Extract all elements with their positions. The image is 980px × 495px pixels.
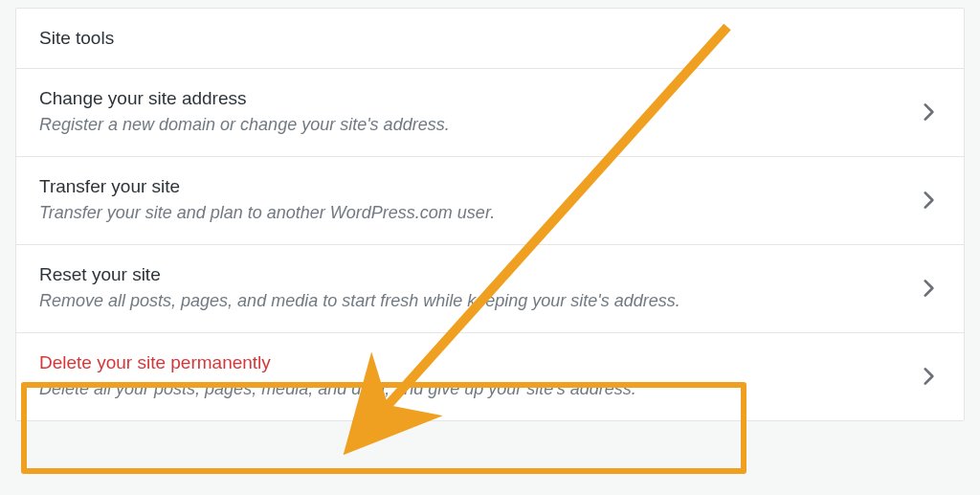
row-transfer-site[interactable]: Transfer your site Transfer your site an… (16, 157, 964, 245)
row-change-address[interactable]: Change your site address Register a new … (16, 69, 964, 157)
site-tools-panel: Site tools Change your site address Regi… (15, 8, 965, 421)
row-text: Reset your site Remove all posts, pages,… (39, 264, 901, 311)
row-text: Change your site address Register a new … (39, 88, 901, 135)
row-title: Reset your site (39, 264, 901, 285)
chevron-right-icon (916, 276, 941, 301)
row-text: Delete your site permanently Delete all … (39, 352, 901, 399)
row-subtitle: Register a new domain or change your sit… (39, 115, 901, 135)
chevron-right-icon (916, 100, 941, 124)
panel-header: Site tools (16, 9, 964, 69)
row-title: Transfer your site (39, 176, 901, 197)
row-title: Change your site address (39, 88, 901, 109)
row-subtitle: Remove all posts, pages, and media to st… (39, 291, 901, 311)
row-title: Delete your site permanently (39, 352, 901, 373)
row-reset-site[interactable]: Reset your site Remove all posts, pages,… (16, 245, 964, 333)
row-delete-site[interactable]: Delete your site permanently Delete all … (16, 333, 964, 420)
row-text: Transfer your site Transfer your site an… (39, 176, 901, 223)
row-subtitle: Delete all your posts, pages, media, and… (39, 379, 901, 399)
row-subtitle: Transfer your site and plan to another W… (39, 203, 901, 223)
chevron-right-icon (916, 188, 941, 213)
chevron-right-icon (916, 364, 941, 389)
